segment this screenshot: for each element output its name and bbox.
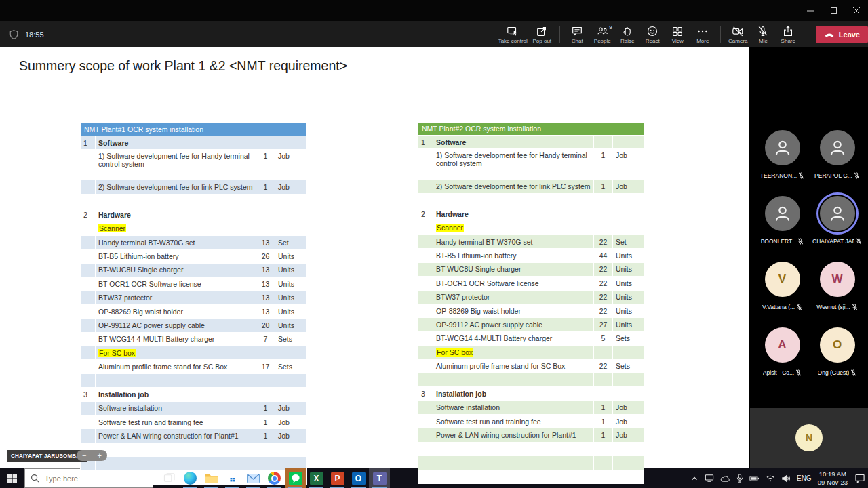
participant-tile[interactable]: OOng (Guest): [813, 327, 861, 379]
row-number-cell: [81, 415, 96, 429]
take-control-button[interactable]: Take control: [496, 21, 530, 47]
unit-cell: Sets: [613, 331, 644, 345]
maximize-button[interactable]: [822, 0, 845, 21]
participant-name: Apisit - Co...: [763, 369, 794, 376]
participant-tile[interactable]: VV.Vattana (...: [758, 262, 806, 313]
table-row: OP-88269 Big waist holder22Units: [418, 304, 644, 317]
maximize-icon: [831, 7, 837, 14]
battery-icon: [749, 475, 760, 482]
mic-muted-icon: [796, 301, 802, 313]
row-number-cell: [418, 149, 433, 180]
participant-tile[interactable]: TEERANON...: [758, 130, 806, 182]
quantity-cell: [256, 388, 275, 401]
description-cell: BT-WCG14 4-MULTI Battery charger: [433, 331, 594, 345]
cast-screen-tray-button[interactable]: [705, 474, 714, 483]
minimize-button[interactable]: [799, 0, 822, 21]
quantity-cell: [256, 346, 275, 360]
description-cell: Handy terminal BT-W370G set: [433, 235, 594, 248]
close-button[interactable]: [845, 0, 868, 21]
mail-taskbar-button[interactable]: [243, 468, 264, 488]
search-icon: [31, 474, 39, 483]
share-label: Share: [781, 38, 795, 44]
language-indicator[interactable]: ENG: [797, 474, 812, 482]
react-icon: [646, 25, 658, 37]
edge-taskbar-button[interactable]: [180, 468, 201, 488]
task-view-taskbar-button[interactable]: [159, 468, 180, 488]
zoom-out-button[interactable]: −: [82, 452, 86, 460]
participant-tile[interactable]: CHAIYAPAT JAR...: [813, 196, 861, 247]
chevron-up-tray-button[interactable]: [690, 474, 698, 483]
mic-button[interactable]: Mic: [751, 21, 776, 47]
microphone-tray-button[interactable]: [736, 474, 743, 483]
unit-cell: Job: [613, 415, 644, 428]
pop-out-button[interactable]: Pop out: [530, 21, 555, 47]
speaker-tray-button[interactable]: [781, 474, 791, 483]
quantity-cell: [594, 207, 613, 221]
teams-taskbar-button[interactable]: T: [369, 468, 390, 488]
react-button[interactable]: React: [640, 21, 665, 47]
unit-cell: Units: [275, 249, 307, 263]
row-number-cell: [81, 346, 96, 360]
table-row: OP-88269 Big waist holder13Units: [81, 304, 307, 318]
quantity-cell: [594, 442, 613, 455]
excel-taskbar-button[interactable]: X: [306, 468, 327, 488]
unit-cell: [275, 346, 307, 360]
table-row: BT-OCR1 OCR Software license22Units: [418, 277, 644, 290]
outlook-taskbar-button[interactable]: O: [348, 468, 369, 488]
store-taskbar-button[interactable]: [222, 468, 243, 488]
more-button[interactable]: More: [690, 21, 715, 47]
line-taskbar-button[interactable]: [285, 468, 306, 488]
share-button[interactable]: Share: [776, 21, 801, 47]
description-cell: Software test run and training fee: [96, 415, 256, 429]
table-row: BT-B5 Lithium-ion battery26Units: [81, 249, 307, 263]
row-number-cell: [418, 318, 433, 331]
chat-button[interactable]: Chat: [565, 21, 590, 47]
camera-button[interactable]: Camera: [726, 21, 751, 47]
people-button[interactable]: 9People: [590, 21, 615, 47]
avatar-initial: W: [831, 272, 842, 286]
description-cell: BT-OCR1 OCR Software license: [96, 277, 256, 291]
file-explorer-taskbar-button[interactable]: [201, 468, 222, 488]
table-row: 1Software: [418, 136, 644, 149]
row-number-cell: [81, 277, 96, 291]
description-cell: Software: [433, 136, 594, 149]
camera-label: Camera: [728, 38, 747, 44]
row-number-cell: [418, 193, 433, 207]
participant-tile[interactable]: BOONLERT...: [758, 196, 806, 247]
participant-tile[interactable]: PERAPOL G...: [813, 130, 861, 182]
participant-name: TEERANON...: [760, 172, 797, 179]
participant-tile[interactable]: WWeenut (sji...: [813, 262, 861, 313]
chrome-taskbar-button[interactable]: [264, 468, 285, 488]
unit-cell: Job: [275, 180, 307, 194]
raise-button[interactable]: Raise: [615, 21, 640, 47]
zoom-in-button[interactable]: +: [98, 452, 102, 460]
description-cell: OP-88269 Big waist holder: [96, 304, 256, 318]
battery-tray-button[interactable]: [749, 475, 760, 482]
row-number-cell: [81, 150, 96, 180]
onedrive-cloud-tray-button[interactable]: [720, 474, 730, 483]
participant-label: CHAIYAPAT JAR...: [812, 235, 862, 247]
action-center-button[interactable]: [855, 474, 865, 483]
view-button[interactable]: View: [665, 21, 690, 47]
participant-label: V.Vattana (...: [762, 301, 802, 313]
leave-label: Leave: [839, 30, 860, 39]
participant-tile[interactable]: AApisit - Co...: [758, 327, 806, 379]
row-number-cell: [81, 194, 96, 207]
leave-button[interactable]: Leave: [816, 26, 868, 43]
self-video-tile[interactable]: N: [750, 408, 868, 468]
taskbar-clock[interactable]: 10:19 AM 09-Nov-23: [818, 470, 848, 487]
onedrive-cloud-icon: [720, 474, 730, 483]
wifi-tray-button[interactable]: [766, 474, 775, 482]
powerpoint-taskbar-button[interactable]: P: [327, 468, 348, 488]
table-row: Handy terminal BT-W370G set13Set: [81, 235, 307, 249]
description-cell: For SC box: [96, 346, 256, 360]
start-button[interactable]: [0, 468, 24, 488]
titlebar: [0, 0, 868, 21]
pop-out-label: Pop out: [533, 38, 552, 44]
description-cell: Scanner: [433, 221, 594, 235]
description-cell: [433, 193, 594, 207]
participant-label: Ong (Guest): [818, 367, 857, 379]
table-row: BT-OCR1 OCR Software license13Units: [81, 277, 307, 291]
unit-cell: Job: [613, 401, 644, 414]
description-cell: Software installation: [96, 401, 256, 415]
